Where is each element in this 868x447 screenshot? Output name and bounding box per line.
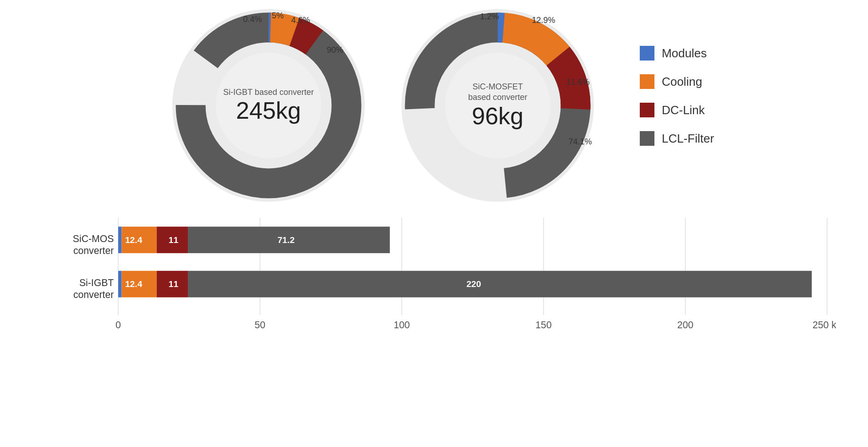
donut-center-2: SiC-MOSFETbased converter 96kg — [445, 53, 550, 158]
legend-label-dclink: DC-Link — [662, 103, 705, 117]
legend-item-lcl: LCL-Filter — [640, 131, 714, 146]
x-label-50: 50 — [254, 320, 265, 330]
converter-name-1: Si-IGBT based converter — [223, 87, 314, 98]
legend-item-modules: Modules — [640, 46, 714, 61]
legend-item-dclink: DC-Link — [640, 103, 714, 117]
pct-cooling-2: 12.9% — [532, 16, 555, 25]
x-label-150: 150 — [535, 320, 551, 330]
donut-wrapper-2: 1.2% 12.9% 11.6% 74.1% SiC-MOSFETbased c… — [401, 9, 594, 202]
bar2-dclink-label: 11 — [169, 279, 179, 289]
legend-label-cooling: Cooling — [662, 75, 702, 89]
pct-dclink-1: 4.6% — [291, 16, 310, 25]
x-label-0: 0 — [115, 320, 121, 330]
x-label-100: 100 — [394, 320, 410, 330]
cooling-color — [640, 74, 654, 89]
x-label-200: 200 — [677, 320, 693, 330]
bar2-label-line1: Si-IGBT — [79, 277, 114, 288]
bar1-dclink-label: 11 — [169, 235, 179, 245]
bar2-lcl — [188, 271, 812, 298]
donut-chart-2: 1.2% 12.9% 11.6% 74.1% SiC-MOSFETbased c… — [401, 9, 594, 202]
legend-item-cooling: Cooling — [640, 74, 714, 89]
lcl-color — [640, 131, 654, 146]
pct-lcl-2: 74.1% — [568, 137, 592, 146]
dclink-color — [640, 103, 654, 117]
bar1-label-line2: converter — [73, 245, 114, 256]
legend-label-lcl: LCL-Filter — [662, 132, 714, 146]
pct-modules-2: 1.2% — [480, 12, 499, 21]
bar1-cooling-label: 12.4 — [125, 235, 143, 245]
converter-name-2: SiC-MOSFETbased converter — [468, 82, 527, 103]
bar2-modules — [118, 271, 121, 298]
modules-color — [640, 46, 654, 61]
converter-weight-2: 96kg — [472, 103, 524, 129]
bar-chart-svg: SiC-MOS converter 12.4 11 71.2 Si-IGBT c… — [32, 215, 836, 344]
bar1-lcl-label: 71.2 — [277, 235, 295, 245]
bar2-cooling-label: 12.4 — [125, 279, 143, 289]
donut-wrapper-1: 0.4% 5% 4.6% 90% Si-IGBT based converter… — [172, 9, 365, 202]
x-label-250: 250 kg — [813, 320, 836, 331]
converter-weight-1: 245kg — [236, 98, 301, 124]
legend: Modules Cooling DC-Link LCL-Filter — [640, 46, 714, 160]
bar2-label-line2: converter — [73, 289, 114, 300]
bar-chart-section: SiC-MOS converter 12.4 11 71.2 Si-IGBT c… — [18, 215, 850, 346]
bar2-lcl-label: 220 — [467, 279, 481, 289]
pct-modules-1: 0.4% — [243, 15, 262, 24]
pct-cooling-1: 5% — [272, 11, 284, 20]
bar1-modules — [118, 226, 121, 253]
legend-label-modules: Modules — [662, 46, 707, 61]
bar1-label-line1: SiC-MOS — [73, 233, 114, 244]
top-section: 0.4% 5% 4.6% 90% Si-IGBT based converter… — [18, 9, 850, 202]
donut-chart-1: 0.4% 5% 4.6% 90% Si-IGBT based converter… — [172, 9, 365, 202]
pct-dclink-2: 11.6% — [566, 77, 589, 87]
donut-center-1: Si-IGBT based converter 245kg — [216, 53, 321, 158]
pct-lcl-1: 90% — [327, 45, 343, 55]
